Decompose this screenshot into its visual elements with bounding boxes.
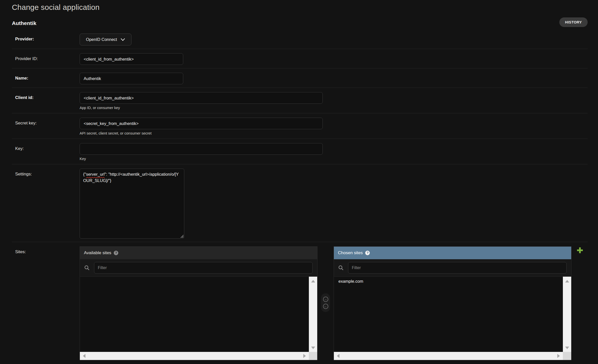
- provider-select-value: OpenID Connect: [86, 37, 117, 42]
- chosen-sites-filter-row: [334, 259, 571, 277]
- available-sites-listbox[interactable]: [80, 277, 317, 352]
- scrollbar-track[interactable]: [80, 352, 309, 360]
- sites-dual-selector: Available sites ?: [80, 246, 583, 360]
- arrow-right-icon: →: [324, 298, 327, 301]
- settings-textarea[interactable]: {"server_url": "http://<authentik_url>/a…: [80, 169, 184, 239]
- provider-label: Provider:: [15, 34, 80, 45]
- scrollbar-corner: [563, 352, 571, 360]
- form-row-client-id: Client id: App ID, or consumer key: [12, 88, 588, 113]
- provider-id-label: Provider ID:: [15, 53, 80, 65]
- social-application-form: Provider: OpenID Connect Provider ID: Na…: [12, 29, 588, 363]
- chosen-sites-filter-input[interactable]: [348, 262, 567, 274]
- chosen-sites-help-icon[interactable]: ?: [365, 251, 370, 255]
- available-sites-filter-input[interactable]: [94, 262, 313, 274]
- secret-key-help: API secret, client secret, or consumer s…: [80, 131, 323, 135]
- settings-label: Settings:: [15, 169, 80, 239]
- name-input[interactable]: [80, 73, 183, 84]
- search-icon: [80, 265, 94, 271]
- move-right-button[interactable]: →: [323, 297, 328, 302]
- list-item[interactable]: example.com: [334, 277, 571, 284]
- available-sites-help-icon[interactable]: ?: [114, 251, 118, 255]
- settings-text-prefix: {": [83, 172, 86, 176]
- object-heading: Authentik: [12, 20, 588, 26]
- scroll-down-arrow-icon[interactable]: [311, 347, 315, 349]
- secret-key-label: Secret key:: [15, 118, 80, 135]
- chosen-sites-vertical-scrollbar[interactable]: [563, 277, 571, 352]
- form-row-provider: Provider: OpenID Connect: [12, 29, 588, 49]
- scroll-left-arrow-icon[interactable]: [337, 354, 339, 358]
- scroll-up-arrow-icon[interactable]: [311, 280, 315, 282]
- selector-gap: → ←: [317, 246, 334, 360]
- available-sites-filter-row: [80, 259, 317, 277]
- key-label: Key:: [15, 143, 80, 161]
- arrow-left-icon: ←: [324, 305, 327, 308]
- form-row-name: Name:: [12, 68, 588, 88]
- scroll-right-arrow-icon[interactable]: [557, 354, 560, 358]
- add-icon: [577, 247, 583, 254]
- chosen-sites-panel: Chosen sites ? example.com: [334, 246, 571, 360]
- provider-id-input[interactable]: [80, 53, 183, 65]
- chosen-sites-title: Chosen sites: [338, 250, 363, 255]
- scroll-down-arrow-icon[interactable]: [565, 347, 569, 349]
- resize-handle-icon[interactable]: [180, 235, 183, 238]
- scroll-up-arrow-icon[interactable]: [565, 280, 569, 282]
- scrollbar-corner: [309, 352, 317, 360]
- form-row-provider-id: Provider ID:: [12, 49, 588, 68]
- provider-select[interactable]: OpenID Connect: [80, 34, 131, 45]
- chosen-sites-horizontal-scrollbar[interactable]: [334, 352, 571, 360]
- client-id-input[interactable]: [80, 92, 323, 104]
- form-row-secret-key: Secret key: API secret, client secret, o…: [12, 113, 588, 139]
- sites-label: Sites:: [15, 246, 80, 360]
- scroll-right-arrow-icon[interactable]: [303, 354, 306, 358]
- key-input[interactable]: [80, 143, 323, 155]
- available-sites-panel: Available sites ?: [80, 246, 317, 360]
- chosen-sites-header: Chosen sites ?: [334, 247, 571, 259]
- settings-misspelled-word: server_url: [86, 172, 104, 176]
- scroll-left-arrow-icon[interactable]: [83, 354, 85, 358]
- form-row-settings: Settings: {"server_url": "http://<authen…: [12, 164, 588, 242]
- search-icon: [334, 265, 348, 271]
- form-row-key: Key: Key: [12, 139, 588, 164]
- add-site-button[interactable]: [576, 247, 583, 254]
- chosen-sites-listbox[interactable]: example.com: [334, 277, 571, 352]
- change-social-application-page: Change social application HISTORY Authen…: [0, 3, 598, 364]
- name-label: Name:: [15, 73, 80, 84]
- client-id-label: Client id:: [15, 92, 80, 110]
- move-buttons-group: → ←: [321, 293, 330, 312]
- available-sites-horizontal-scrollbar[interactable]: [80, 352, 317, 360]
- history-button[interactable]: HISTORY: [559, 17, 588, 27]
- client-id-help: App ID, or consumer key: [80, 106, 323, 110]
- move-left-button[interactable]: ←: [323, 304, 328, 309]
- key-help: Key: [80, 157, 323, 161]
- secret-key-input[interactable]: [80, 118, 323, 129]
- scrollbar-track[interactable]: [334, 352, 563, 360]
- form-row-sites: Sites: Available sites ?: [12, 242, 588, 363]
- available-sites-header: Available sites ?: [80, 247, 317, 259]
- available-sites-vertical-scrollbar[interactable]: [309, 277, 317, 352]
- available-sites-title: Available sites: [84, 250, 111, 255]
- chevron-down-icon: [121, 38, 125, 41]
- page-title: Change social application: [12, 3, 588, 12]
